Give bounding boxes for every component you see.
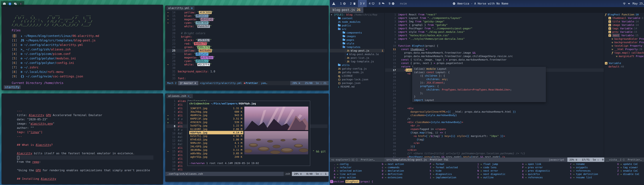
lf-file-row[interactable]: 3JWY37f.jpg1.31 M: [189, 107, 243, 110]
startify-entry[interactable]: [8] ≡ ~/.local/bin/rofi-menu: [12, 70, 99, 74]
wifi-icon[interactable]: [623, 2, 626, 5]
now-playing[interactable]: America - A Horse with No Name: [457, 2, 508, 5]
tree-item-gatsby-node.js[interactable]: JSgatsby-node.js: [330, 70, 384, 74]
tree-root[interactable]: ▾ [FILE]: blog /home/chris/Rep: [330, 13, 384, 16]
tree-item-components[interactable]: │components: [330, 31, 384, 34]
tree-item-LICENSE[interactable]: LICENSE: [330, 74, 384, 78]
whichkey-binding[interactable]: j → float jump: [477, 162, 506, 166]
whichkey-binding[interactable]: s → references: [570, 169, 598, 173]
lf-file-row[interactable]: ad6v90y.jpg3.05 M: [189, 152, 243, 155]
workspace-3[interactable]: 3V: [358, 0, 367, 7]
whichkey-binding[interactable]: z → disable CoC: [617, 173, 639, 176]
bluetooth-icon[interactable]: [8, 2, 12, 5]
whichkey-binding[interactable]: v → tag viewer: [617, 166, 639, 169]
outline-item[interactable]: ⚒textAlign Property:25: [604, 44, 644, 48]
whichkey-binding[interactable]: r → rename: [570, 162, 598, 166]
whichkey-binding[interactable]: a → line action: [334, 173, 362, 176]
whichkey-binding[interactable]: t → type definition: [570, 173, 598, 176]
outline-item[interactable]: ƒBlogPost Function:10: [604, 13, 644, 16]
whichkey-binding[interactable]: D → declaration: [382, 169, 404, 173]
whichkey-binding[interactable]: B → prev action: [334, 176, 362, 179]
whichkey-binding[interactable]: N → next error: [477, 169, 506, 173]
tree-item-content[interactable]: content: [330, 16, 384, 20]
outline-item[interactable]: ⚒backgroundColor Property:: [604, 41, 644, 44]
whichkey-binding[interactable]: d → definition: [382, 173, 404, 176]
nvim-editor[interactable]: blog-post.js JS ▾ [FILE]: blog /home/chr…: [330, 7, 644, 185]
lf-file-row[interactable]: 24LrDFQ.jpg1.7 M: [189, 145, 243, 148]
tree-item-pages[interactable]: │pages: [330, 38, 384, 42]
lf-file-row[interactable]: 6iibVNY.jpg2.06 M: [189, 127, 243, 131]
whichkey-binding[interactable]: u → resume list: [570, 176, 598, 179]
system-tray[interactable]: [1, 1, 24, 7]
whichkey-binding[interactable]: I → diagnostics: [430, 173, 458, 176]
whichkey-binding[interactable]: f → format selected: [430, 166, 458, 169]
tree-item-utils[interactable]: utils: [330, 63, 384, 67]
tab-blog-post-js[interactable]: blog-post.js JS: [330, 7, 363, 13]
startify-entry[interactable]: [0] ↓ ~/Repos/blog/content/Linux/06-alac…: [12, 34, 99, 38]
outline-item[interactable]: xVariable: [604, 61, 644, 65]
whichkey-binding[interactable]: i → implementation: [430, 176, 458, 179]
whichkey-binding[interactable]: R → references: [522, 176, 550, 179]
outline-item[interactable]: ƒtags.map() callback Functi: [604, 51, 644, 54]
lf-file-row[interactable]: aghr5Ip.jpg249 K: [189, 155, 243, 159]
lf-file-manager-float[interactable]: chris@machine ~/Pics/wallpapers/6QbF0pb.…: [187, 101, 310, 166]
workspace-4[interactable]: 4: [367, 0, 376, 7]
whichkey-binding[interactable]: F → format: [430, 162, 458, 166]
startify-entry[interactable]: [7] ⚙ ~/.zshrc: [12, 65, 99, 70]
startify-entry[interactable]: [1] JS ~/Repos/blog/src/templates/blog-p…: [12, 38, 99, 43]
lf-file-row[interactable]: 5oXQT7g.jpg1.22 M: [189, 124, 243, 127]
lf-file-row[interactable]: 6QbF0pb.jpg4.14 M: [189, 131, 243, 134]
workspace-8[interactable]: 8: [376, 0, 386, 7]
outline-item[interactable]: default:48: [604, 65, 644, 68]
whichkey-binding[interactable]: n → next diagnostic: [477, 173, 506, 176]
whichkey-binding[interactable]: q → quickfix: [522, 173, 550, 176]
tree-item-public[interactable]: public: [330, 24, 384, 27]
whichkey-binding[interactable]: o → open link: [522, 162, 550, 166]
whichkey-binding[interactable]: ; → refactor: [334, 166, 362, 169]
startify-entry[interactable]: [9] {} ~/.config/nvim/coc-settings.json: [12, 74, 99, 79]
outline-item[interactable]: ⚒backgroundColor Property:: [604, 37, 644, 41]
outline-item[interactable]: xnext Variable:15: [604, 34, 644, 37]
whichkey-binding[interactable]: h → hide: [430, 169, 458, 173]
outline-item[interactable]: ⚒marginLeft Property:36: [604, 54, 644, 58]
tree-item-templates[interactable]: └templates: [330, 45, 384, 49]
startify-entry[interactable]: [3] >_ ~/.config/zsh/aliases.zsh: [12, 47, 99, 52]
whichkey-binding[interactable]: Z → enable CoC: [617, 169, 639, 173]
lf-file-row[interactable]: 4bORVJa.jpg943 K: [189, 114, 243, 117]
lf-file-row[interactable]: 6zS17Sj.jpg4.96 M: [189, 134, 243, 138]
whichkey-binding[interactable]: b → next action: [382, 162, 404, 166]
lf-file-row[interactable]: 4Y6C0JV.jpg539 K: [189, 120, 243, 124]
tree-item-images[interactable]: │images: [330, 34, 384, 38]
tree-item-src[interactable]: src: [330, 27, 384, 31]
terminal-startify[interactable]: _ __ _ __ ___ __ ___ / |/ / _ (_)_ _ / |…: [2, 5, 163, 90]
tab-aliases-zsh[interactable]: aliases.zsh >_: [166, 94, 193, 98]
workspace-9[interactable]: 9: [387, 0, 396, 7]
tree-item-package.json[interactable]: {}package.json: [330, 81, 384, 85]
lf-file-row[interactable]: 04PDl3F.jpg3.51 M: [189, 117, 243, 120]
outline-item[interactable]: [604, 58, 644, 61]
whichkey-binding[interactable]: l → code lens: [477, 166, 506, 169]
tree-item-gatsby-config.js[interactable]: JSgatsby-config.js: [330, 67, 384, 70]
tab-alacritty-yml[interactable]: alacritty.yml ⚙: [166, 6, 194, 10]
whichkey-binding[interactable]: . → config: [334, 162, 362, 166]
startify-entry[interactable]: [5] ⚙ ~/.config/polybar/modules.ini: [12, 56, 99, 61]
startify-entry[interactable]: [4] ⚙ ~/.config/picom/picom.conf: [12, 52, 99, 56]
alert-icon[interactable]: [19, 2, 22, 5]
window-aliases-zsh[interactable]: aliases.zsh >_ 1alias lg='lazygit' 2ali …: [165, 93, 329, 182]
lf-file-row[interactable]: 30iNVBw.jpg3.11 M: [189, 148, 243, 152]
tree-item-blog-post.module.le[interactable]: │#blog-post.module.le: [330, 52, 384, 56]
split-separator[interactable]: [384, 13, 385, 158]
spotify-icon[interactable]: [452, 2, 456, 5]
lf-file-row[interactable]: 9hMxcHr.jpg4.1 M: [189, 141, 243, 145]
window-alacritty-yml[interactable]: alacritty.yml ⚙ ~14 yellow: "#EBCB8B"~15…: [165, 5, 329, 91]
outline-item[interactable]: xtitle Variable:14: [604, 20, 644, 23]
lf-file-row[interactable]: 07nEzQ3.jpg1.86 M: [189, 138, 243, 141]
workspace-2[interactable]: 2: [348, 0, 358, 7]
outline-item[interactable]: xtags Variable:14: [604, 27, 644, 30]
tree-item-README.md[interactable]: ↓README.md: [330, 85, 384, 88]
startify-entry[interactable]: [6] ⚙ ~/.config/polybar/config.ini: [12, 61, 99, 65]
whichkey-binding[interactable]: e → extensions: [382, 176, 404, 179]
whichkey-binding[interactable]: c → commands: [382, 166, 404, 169]
tree-item-node_modules[interactable]: JSnode_modules: [330, 20, 384, 24]
outline-item[interactable]: ximage Variable:14: [604, 23, 644, 27]
